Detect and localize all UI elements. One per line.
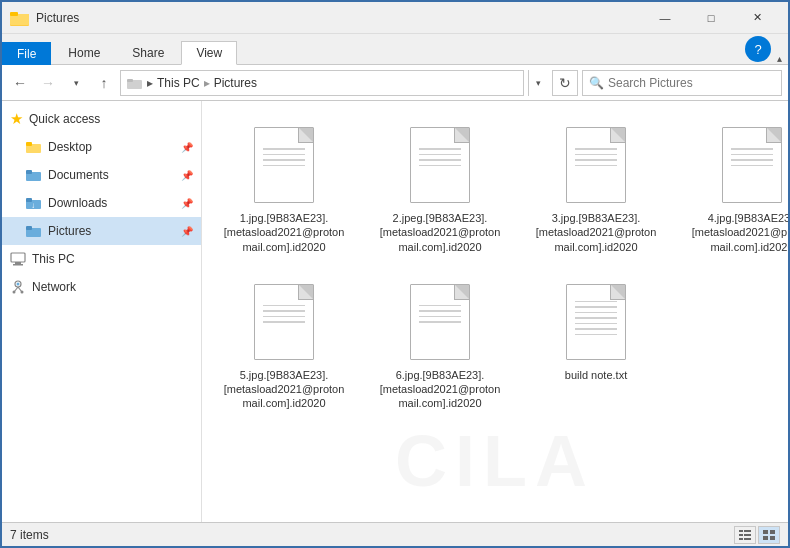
this-pc-icon (10, 252, 26, 266)
recent-button[interactable]: ▾ (64, 71, 88, 95)
svg-rect-26 (744, 534, 751, 536)
file-lines-7 (575, 301, 617, 340)
downloads-label: Downloads (48, 196, 107, 210)
svg-text:↓: ↓ (31, 201, 35, 210)
explorer-window: Pictures — □ ✕ File Home Share View ? ▴ … (0, 0, 790, 548)
sidebar-item-quick-access[interactable]: ★ Quick access (2, 105, 201, 133)
file-lines-5 (263, 305, 305, 327)
title-bar-icon (10, 8, 30, 28)
minimize-button[interactable]: — (642, 2, 688, 34)
file-lines-4 (731, 148, 773, 170)
desktop-label: Desktop (48, 140, 92, 154)
file-name-7: build note.txt (565, 368, 627, 382)
svg-rect-6 (26, 142, 32, 146)
tab-home[interactable]: Home (53, 41, 115, 64)
sidebar: ★ Quick access Desktop 📌 Documents 📌 (2, 101, 202, 522)
help-button[interactable]: ? (745, 36, 771, 62)
network-icon (10, 280, 26, 294)
pictures-folder-icon (26, 224, 42, 238)
path-this-pc[interactable]: This PC (157, 76, 200, 90)
refresh-button[interactable]: ↻ (552, 70, 578, 96)
file-item[interactable]: build note.txt (526, 270, 666, 419)
file-name-1: 1.jpg.[9B83AE23].[metasload2021@protonma… (222, 211, 346, 254)
file-lines-1 (263, 148, 305, 170)
file-item[interactable]: 2.jpeg.[9B83AE23].[metasload2021@protonm… (370, 113, 510, 262)
path-dropdown-button[interactable]: ▾ (528, 70, 548, 96)
svg-rect-13 (26, 226, 32, 230)
main-content: ★ Quick access Desktop 📌 Documents 📌 (2, 101, 788, 522)
tab-share[interactable]: Share (117, 41, 179, 64)
view-buttons (734, 526, 780, 544)
title-bar-title: Pictures (36, 11, 642, 25)
file-icon-wrapper-3 (560, 121, 632, 209)
file-icon-wrapper-7 (560, 278, 632, 366)
close-button[interactable]: ✕ (734, 2, 780, 34)
file-lines-2 (419, 148, 461, 170)
path-pictures[interactable]: Pictures (214, 76, 257, 90)
file-item[interactable]: 1.jpg.[9B83AE23].[metasload2021@protonma… (214, 113, 354, 262)
forward-button[interactable]: → (36, 71, 60, 95)
desktop-folder-icon (26, 140, 42, 154)
address-path[interactable]: ▸ This PC ▸ Pictures (120, 70, 524, 96)
network-label: Network (32, 280, 76, 294)
documents-folder-icon (26, 168, 42, 182)
file-page-7 (566, 284, 626, 360)
file-icon-wrapper-4 (716, 121, 788, 209)
item-count: 7 items (10, 528, 49, 542)
quick-access-label: Quick access (29, 112, 100, 126)
title-bar: Pictures — □ ✕ (2, 2, 788, 34)
this-pc-label: This PC (32, 252, 75, 266)
grid-view-button[interactable] (758, 526, 780, 544)
sidebar-item-desktop[interactable]: Desktop 📌 (2, 133, 201, 161)
svg-point-21 (21, 291, 24, 294)
svg-rect-2 (10, 12, 18, 16)
tab-file[interactable]: File (2, 42, 51, 65)
svg-point-20 (13, 291, 16, 294)
file-page-5 (254, 284, 314, 360)
path-root[interactable]: ▸ (147, 76, 153, 90)
file-page-3 (566, 127, 626, 203)
downloads-folder-icon: ↓ (26, 196, 42, 210)
tab-view[interactable]: View (181, 41, 237, 65)
sidebar-item-downloads[interactable]: ↓ Downloads 📌 (2, 189, 201, 217)
svg-rect-4 (127, 79, 133, 82)
sidebar-item-this-pc[interactable]: This PC (2, 245, 201, 273)
search-input[interactable] (608, 76, 775, 90)
file-area: CILA 1.jpg.[9B83AE23].[metasload2021@pro… (202, 101, 788, 522)
sidebar-item-network[interactable]: Network (2, 273, 201, 301)
file-lines-3 (575, 148, 617, 170)
file-name-4: 4.jpg.[9B83AE23].[metasload2021@protonma… (690, 211, 788, 254)
back-button[interactable]: ← (8, 71, 32, 95)
pictures-pin-icon: 📌 (181, 226, 193, 237)
address-bar: ← → ▾ ↑ ▸ This PC ▸ Pictures ▾ ↻ 🔍 (2, 65, 788, 101)
pictures-label: Pictures (48, 224, 91, 238)
file-icon-wrapper-2 (404, 121, 476, 209)
file-item[interactable]: 4.jpg.[9B83AE23].[metasload2021@protonma… (682, 113, 788, 262)
ribbon-collapse-button[interactable]: ▴ (777, 53, 788, 64)
svg-rect-31 (763, 536, 768, 540)
svg-rect-23 (739, 530, 743, 532)
file-item[interactable]: 6.jpg.[9B83AE23].[metasload2021@protonma… (370, 270, 510, 419)
sidebar-item-documents[interactable]: Documents 📌 (2, 161, 201, 189)
file-page-1 (254, 127, 314, 203)
up-button[interactable]: ↑ (92, 71, 116, 95)
maximize-button[interactable]: □ (688, 2, 734, 34)
file-item[interactable]: 5.jpg.[9B83AE23].[metasload2021@protonma… (214, 270, 354, 419)
sidebar-item-pictures[interactable]: Pictures 📌 (2, 217, 201, 245)
ribbon: File Home Share View ? ▴ (2, 34, 788, 65)
file-name-2: 2.jpeg.[9B83AE23].[metasload2021@protonm… (378, 211, 502, 254)
svg-rect-8 (26, 170, 32, 174)
file-icon-wrapper-6 (404, 278, 476, 366)
file-icon-wrapper-5 (248, 278, 320, 366)
watermark: CILA (395, 420, 595, 502)
svg-rect-15 (15, 262, 21, 264)
list-view-button[interactable] (734, 526, 756, 544)
documents-label: Documents (48, 168, 109, 182)
ribbon-tabs: File Home Share View ? ▴ (2, 34, 788, 64)
status-bar: 7 items (2, 522, 788, 546)
file-item[interactable]: 3.jpg.[9B83AE23].[metasload2021@protonma… (526, 113, 666, 262)
svg-rect-28 (744, 538, 751, 540)
file-icon-wrapper-1 (248, 121, 320, 209)
svg-point-22 (17, 283, 20, 286)
file-name-6: 6.jpg.[9B83AE23].[metasload2021@protonma… (378, 368, 502, 411)
